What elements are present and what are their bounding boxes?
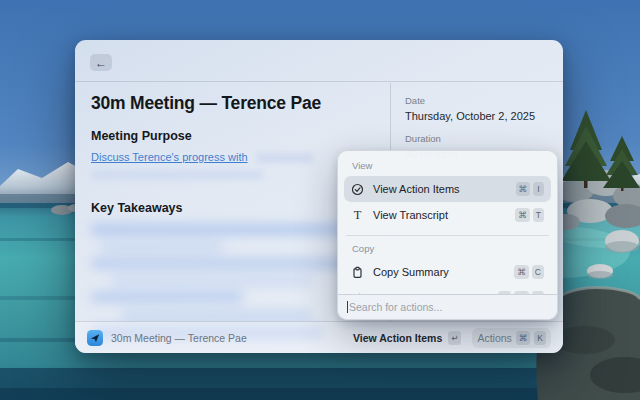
purpose-link[interactable]: Discuss Terence's progress with — [91, 151, 248, 163]
text-caret — [347, 301, 348, 313]
palette-section-copy: Copy — [344, 240, 551, 259]
t-key: T — [533, 208, 544, 222]
status-bar-right: View Action Items ↵ Actions ⌘ K — [353, 328, 551, 348]
redacted-text — [256, 153, 314, 163]
c-key: C — [532, 265, 544, 279]
primary-action-label[interactable]: View Action Items — [353, 332, 442, 344]
i-key: I — [533, 182, 544, 196]
menu-item-view-action-items[interactable]: View Action Items ⌘ I — [344, 176, 551, 202]
window-toolbar: ← — [75, 40, 563, 82]
palette-search-bar — [338, 294, 557, 319]
transcript-t-icon: T — [351, 209, 364, 222]
actions-button[interactable]: Actions ⌘ K — [472, 328, 551, 348]
desktop: ← 30m Meeting — Terence Pae Meeting Purp… — [0, 0, 640, 400]
palette-section-view: View — [344, 157, 551, 176]
menu-item-view-transcript[interactable]: T View Transcript ⌘ T — [344, 202, 551, 228]
command-key-icon: ⌘ — [515, 208, 530, 222]
status-bar-left: 30m Meeting — Terence Pae — [87, 330, 353, 346]
redacted-text — [91, 170, 263, 180]
key-takeaways-heading: Key Takeaways — [91, 201, 372, 215]
date-label: Date — [405, 95, 549, 106]
meeting-purpose-heading: Meeting Purpose — [91, 129, 372, 143]
circle-check-icon — [351, 183, 364, 196]
command-palette: View View Action Items ⌘ I T View Transc… — [337, 150, 558, 320]
return-key-icon: ↵ — [448, 331, 461, 345]
menu-item-copy-summary[interactable]: Copy Summary ⌘ C — [344, 259, 551, 285]
page-title: 30m Meeting — Terence Pae — [91, 93, 372, 114]
actions-label: Actions — [477, 332, 511, 344]
palette-divider — [346, 235, 549, 236]
statusbar-meeting-title: 30m Meeting — Terence Pae — [111, 332, 247, 344]
back-arrow-icon: ← — [95, 56, 107, 70]
purpose-text: Discuss Terence's progress with — [91, 151, 372, 164]
command-key-icon: ⌘ — [516, 182, 531, 196]
command-key-icon: ⌘ — [516, 331, 531, 345]
k-key: K — [534, 331, 546, 345]
app-logo-icon — [87, 330, 103, 346]
back-button[interactable]: ← — [90, 54, 112, 71]
clipboard-icon — [351, 266, 364, 279]
date-value: Thursday, October 2, 2025 — [405, 110, 549, 122]
search-input[interactable] — [349, 301, 548, 313]
status-bar: 30m Meeting — Terence Pae View Action It… — [75, 321, 563, 353]
command-key-icon: ⌘ — [514, 265, 529, 279]
duration-label: Duration — [405, 133, 549, 144]
